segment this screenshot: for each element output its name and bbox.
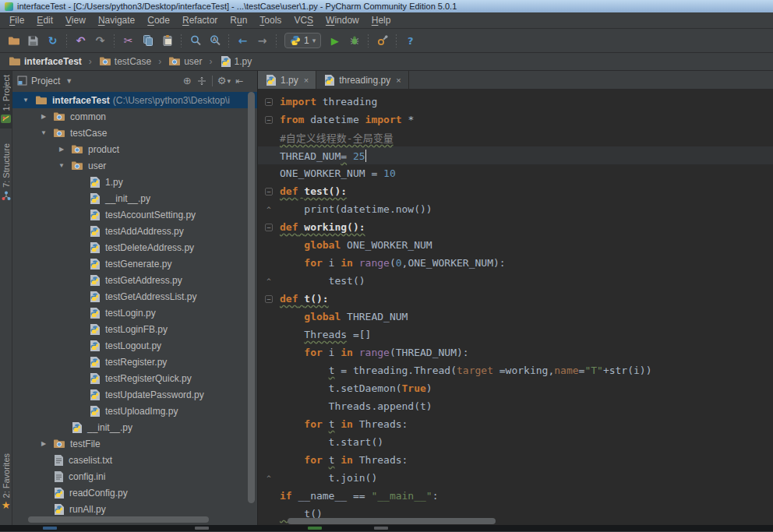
chevron-expanded-icon[interactable]: ▼	[52, 162, 71, 169]
menu-vcs[interactable]: VCS	[288, 13, 319, 27]
code-line[interactable]: #自定义线程数-全局变量	[258, 129, 773, 146]
menu-edit[interactable]: Edit	[30, 13, 59, 27]
tree-item[interactable]: __init__.py	[12, 190, 257, 206]
code-line[interactable]: Threads.append(t)	[258, 397, 773, 415]
gear-button[interactable]: ⚙▾	[217, 76, 231, 86]
code-line[interactable]: t = threading.Thread(target =working,nam…	[258, 361, 773, 379]
fold-open-icon[interactable]: −	[258, 116, 280, 124]
sync-button[interactable]: ↻	[43, 31, 62, 50]
fold-open-icon[interactable]: −	[258, 98, 280, 106]
breadcrumb-item-1-py[interactable]: 1.py	[217, 55, 255, 68]
code-line[interactable]: for t in Threads:	[258, 451, 773, 469]
fold-open-icon[interactable]: −	[258, 188, 280, 196]
code-line[interactable]: for t in Threads:	[258, 415, 773, 433]
open-folder-button[interactable]	[4, 31, 23, 50]
copy-button[interactable]	[138, 31, 157, 50]
code-line[interactable]: ONE_WORKER_NUM = 10	[258, 164, 773, 182]
tree-item[interactable]: testGenerate.py	[12, 255, 257, 272]
tool-stripe-7-structure[interactable]: 7: Structure	[1, 139, 12, 205]
menu-code[interactable]: Code	[141, 13, 176, 27]
save-button[interactable]	[23, 31, 43, 50]
code-line[interactable]: if __name__ == "__main__":	[258, 487, 773, 505]
code-line[interactable]: t.setDaemon(True)	[258, 379, 773, 397]
tree-item[interactable]: ▶testFile	[12, 435, 257, 452]
project-panel-title[interactable]: Project	[31, 76, 60, 86]
collapse-all-button[interactable]	[196, 76, 207, 86]
menu-help[interactable]: Help	[365, 13, 397, 27]
menu-window[interactable]: Window	[319, 13, 365, 27]
project-horizontal-scrollbar[interactable]	[28, 516, 209, 523]
tree-item[interactable]: runAll.py	[12, 501, 257, 517]
chevron-expanded-icon[interactable]: ▼	[34, 129, 53, 136]
editor-horizontal-scrollbar[interactable]	[288, 518, 496, 524]
menu-file[interactable]: File	[3, 13, 30, 27]
menu-tools[interactable]: Tools	[253, 13, 288, 27]
code-line[interactable]: −def test():	[258, 182, 773, 200]
tree-item[interactable]: ▶common	[12, 108, 257, 125]
redo-button[interactable]: ↷	[90, 31, 110, 50]
tree-item[interactable]: readConfig.py	[12, 484, 257, 501]
code-line[interactable]: THREAD_NUM= 25	[258, 146, 773, 164]
tree-item[interactable]: testUpdatePassword.py	[12, 386, 257, 403]
cut-button[interactable]: ✂	[118, 31, 138, 50]
taskbar-app-icon[interactable]	[195, 527, 209, 530]
fold-end-icon[interactable]: ^	[258, 474, 280, 482]
code-line[interactable]: ^ t.join()	[258, 469, 773, 487]
chevron-collapsed-icon[interactable]: ▶	[52, 146, 71, 153]
undo-button[interactable]: ↶	[71, 31, 90, 50]
tree-item[interactable]: caselist.txt	[12, 452, 257, 468]
menu-refactor[interactable]: Refactor	[176, 13, 224, 27]
tree-item[interactable]: testGetAddressList.py	[12, 288, 257, 305]
tree-item[interactable]: testAddAddress.py	[12, 223, 257, 239]
code-line[interactable]: −def t():	[258, 290, 773, 308]
locate-button[interactable]: ⊕	[183, 76, 192, 86]
help-button[interactable]: ?	[401, 31, 420, 50]
code-line[interactable]: global THREAD_NUM	[258, 308, 773, 326]
close-icon[interactable]: ×	[396, 76, 401, 85]
breadcrumb-item-testcase[interactable]: testCase	[97, 56, 154, 67]
tree-item[interactable]: testGetAddress.py	[12, 272, 257, 288]
tree-item[interactable]: testRegister.py	[12, 354, 257, 370]
code-line[interactable]: ^ print(datetime.now())	[258, 200, 773, 218]
find-button[interactable]	[185, 31, 205, 50]
tree-item[interactable]: testRegisterQuick.py	[12, 370, 257, 386]
tab-threading-py[interactable]: threading.py×	[316, 71, 408, 89]
code-line[interactable]: ^ test()	[258, 272, 773, 290]
tree-item[interactable]: testLogout.py	[12, 337, 257, 354]
code-line[interactable]: t.start()	[258, 433, 773, 451]
tree-item[interactable]: testLoginFB.py	[12, 321, 257, 337]
tool-stripe-1-project[interactable]: 1: Project	[0, 71, 12, 129]
fold-end-icon[interactable]: ^	[258, 206, 280, 213]
taskbar-app-icon[interactable]	[374, 527, 388, 530]
project-vertical-scrollbar[interactable]	[248, 92, 255, 503]
tab-1-py[interactable]: 1.py×	[258, 71, 316, 89]
run-config-selector[interactable]: 1▾	[284, 33, 321, 48]
tree-item[interactable]: testDeleteAddress.py	[12, 239, 257, 255]
chevron-down-icon[interactable]: ▼	[65, 77, 72, 85]
windows-taskbar[interactable]	[0, 525, 773, 531]
tree-item[interactable]: config.ini	[12, 468, 257, 484]
code-line[interactable]: global ONE_WORKER_NUM	[258, 236, 773, 254]
tree-item[interactable]: testLogin.py	[12, 305, 257, 321]
forward-button[interactable]: →	[252, 31, 272, 50]
tree-item[interactable]: ▼interfaceTest(C:\Users\python3\Desktop\…	[12, 92, 257, 108]
chevron-collapsed-icon[interactable]: ▶	[34, 113, 53, 120]
tree-item[interactable]: 1.py	[12, 174, 257, 190]
fold-end-icon[interactable]: ^	[258, 277, 280, 285]
chevron-expanded-icon[interactable]: ▼	[16, 97, 35, 104]
taskbar-app-icon[interactable]	[43, 527, 57, 530]
code-line[interactable]: for i in range(THREAD_NUM):	[258, 344, 773, 361]
menu-navigate[interactable]: Navigate	[92, 13, 141, 27]
taskbar-app-icon[interactable]	[308, 527, 322, 530]
fold-open-icon[interactable]: −	[258, 295, 280, 303]
code-line[interactable]: −import threading	[258, 93, 773, 111]
tool-stripe-2-favorites[interactable]: 2: Favorites★	[2, 449, 11, 514]
tree-item[interactable]: __init__.py	[12, 419, 257, 435]
tree-item[interactable]: testAccountSetting.py	[12, 206, 257, 223]
back-button[interactable]: ←	[233, 31, 252, 50]
tree-item[interactable]: ▼testCase	[12, 125, 257, 141]
code-line[interactable]: −def working():	[258, 218, 773, 236]
code-line[interactable]: −from datetime import *	[258, 111, 773, 129]
close-icon[interactable]: ×	[304, 76, 309, 85]
menu-run[interactable]: Run	[224, 13, 253, 27]
